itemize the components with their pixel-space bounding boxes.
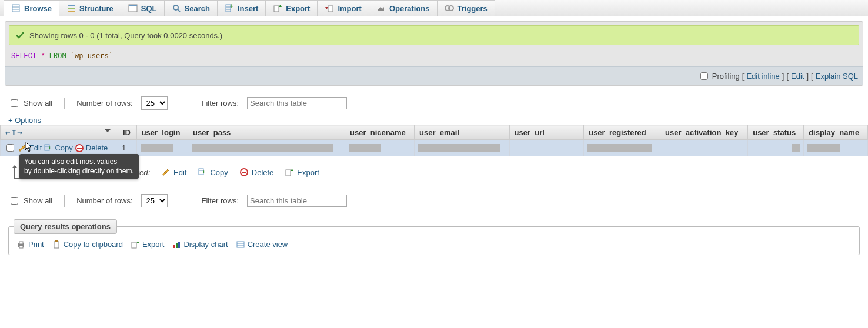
options-toggle-link[interactable]: + Options	[8, 116, 41, 125]
bottom-divider	[8, 266, 860, 266]
tab-search[interactable]: Search	[164, 0, 218, 16]
cell-user_login[interactable]	[136, 140, 188, 156]
export-icon	[131, 240, 139, 249]
top-tab-bar: Browse Structure SQL Search + Insert Exp…	[0, 0, 868, 16]
print-label: Print	[28, 240, 44, 249]
profiling-toggle[interactable]: Profiling	[698, 71, 740, 82]
cell-user_url[interactable]	[509, 140, 584, 156]
cell-user_status[interactable]	[748, 140, 804, 156]
svg-rect-31	[19, 246, 23, 248]
row-select-checkbox[interactable]	[6, 144, 14, 152]
import-icon	[325, 4, 334, 13]
num-rows-select-bottom[interactable]: 25	[141, 194, 168, 207]
show-all-toggle[interactable]: Show all	[8, 98, 52, 109]
column-header-id[interactable]: ID	[118, 125, 137, 140]
column-header-user_nicename[interactable]: user_nicename	[345, 125, 415, 140]
edit-inline-link[interactable]: Edit inline	[746, 72, 779, 81]
table-row[interactable]: Edit + Copy Delete	[1, 140, 868, 156]
tab-triggers[interactable]: Triggers	[437, 0, 495, 16]
tab-structure[interactable]: Structure	[59, 0, 121, 16]
row-delete-link[interactable]: Delete	[75, 143, 108, 152]
cell-user_activation_key[interactable]	[660, 140, 748, 156]
column-header-user_registered[interactable]: user_registered	[584, 125, 660, 140]
divider	[64, 98, 65, 109]
svg-rect-28	[286, 170, 291, 176]
view-icon	[236, 240, 245, 249]
num-rows-select[interactable]: 25	[141, 96, 168, 110]
row-copy-link[interactable]: + Copy	[44, 143, 72, 152]
cell-user_pass[interactable]	[188, 140, 345, 156]
cell-user_email[interactable]	[415, 140, 510, 156]
cell-user_nicename[interactable]	[345, 140, 415, 156]
svg-line-9	[178, 9, 180, 12]
export-icon	[285, 168, 293, 176]
print-link[interactable]: Print	[17, 240, 44, 249]
tooltip-line2: by double-clicking directly on them.	[24, 167, 134, 175]
sql-query-display: SELECT * FROM `wp_users`	[5, 49, 863, 66]
bulk-copy-link[interactable]: + Copy	[198, 168, 228, 177]
column-header-user_url[interactable]: user_url	[509, 125, 584, 140]
query-actions-bar: Profiling [Edit inline] [ Edit ] [ Expla…	[5, 66, 863, 85]
svg-text:+: +	[230, 4, 233, 9]
tab-export[interactable]: Export	[265, 0, 318, 16]
tooltip-line1: You can also edit most values	[24, 158, 117, 166]
tab-browse[interactable]: Browse	[4, 0, 59, 16]
bulk-delete-link[interactable]: Delete	[240, 168, 274, 177]
tab-operations[interactable]: Operations	[369, 0, 438, 16]
column-toggle-header[interactable]: ←T→	[1, 125, 118, 140]
success-message: Showing rows 0 - 0 (1 total, Query took …	[29, 31, 222, 40]
bulk-edit-link[interactable]: Edit	[162, 168, 186, 177]
show-all-label: Show all	[24, 99, 52, 108]
tab-insert[interactable]: + Insert	[217, 0, 266, 16]
options-area: + Options	[0, 116, 868, 125]
num-rows-label: Number of rows:	[76, 99, 132, 108]
column-header-user_activation_key[interactable]: user_activation_key	[660, 125, 748, 140]
tab-import[interactable]: Import	[317, 0, 369, 16]
column-header-user_email[interactable]: user_email	[415, 125, 510, 140]
column-move-icon[interactable]: ←T→	[5, 128, 22, 137]
show-all-toggle-bottom[interactable]: Show all	[8, 195, 52, 206]
display-chart-link[interactable]: Display chart	[172, 240, 228, 249]
check-icon	[15, 31, 25, 40]
delete-icon	[240, 168, 248, 176]
bulk-export-link[interactable]: Export	[285, 168, 319, 177]
column-header-user_login[interactable]: user_login	[136, 125, 188, 140]
copy-icon: +	[44, 144, 52, 152]
column-header-user_pass[interactable]: user_pass	[188, 125, 345, 140]
copy-clipboard-link[interactable]: Copy to clipboard	[52, 240, 123, 249]
show-all-checkbox[interactable]	[11, 99, 18, 107]
svg-rect-5	[68, 11, 75, 12]
filter-row-top: Show all Number of rows: 25 Filter rows:	[0, 91, 868, 116]
create-view-link[interactable]: Create view	[236, 240, 288, 249]
tab-label: Import	[338, 4, 361, 13]
filter-row-bottom: Show all Number of rows: 25 Filter rows:	[0, 188, 868, 213]
column-header-user_status[interactable]: user_status	[748, 125, 804, 140]
query-results-operations: Query results operations Print Copy to c…	[8, 219, 860, 255]
column-header-display_name[interactable]: display_name	[804, 125, 868, 140]
tab-sql[interactable]: SQL	[121, 0, 165, 16]
delete-icon	[75, 144, 84, 152]
svg-point-8	[173, 5, 178, 10]
svg-rect-37	[178, 242, 180, 248]
svg-rect-38	[237, 242, 244, 247]
query-result-panel: Showing rows 0 - 0 (1 total, Query took …	[5, 21, 863, 86]
sort-indicator-icon[interactable]	[105, 129, 111, 135]
sql-table-name: `wp_users`	[71, 52, 113, 61]
edit-link[interactable]: Edit	[791, 72, 804, 81]
export-label: Export	[142, 240, 165, 249]
show-all-label-bottom: Show all	[24, 196, 52, 205]
svg-rect-36	[176, 243, 178, 248]
filter-rows-input[interactable]	[247, 97, 347, 109]
export-link[interactable]: Export	[131, 240, 165, 249]
query-results-legend: Query results operations	[14, 219, 117, 234]
explain-sql-link[interactable]: Explain SQL	[816, 72, 858, 81]
filter-rows-label: Filter rows:	[202, 99, 239, 108]
profiling-checkbox[interactable]	[700, 72, 708, 80]
filter-rows-input-bottom[interactable]	[247, 195, 347, 207]
svg-rect-14	[274, 6, 279, 12]
cell-user_registered[interactable]	[584, 140, 660, 156]
show-all-checkbox-bottom[interactable]	[11, 197, 18, 205]
insert-icon: +	[225, 4, 234, 13]
cell-display_name[interactable]	[804, 140, 868, 156]
sql-keyword-from: FROM	[49, 52, 66, 61]
